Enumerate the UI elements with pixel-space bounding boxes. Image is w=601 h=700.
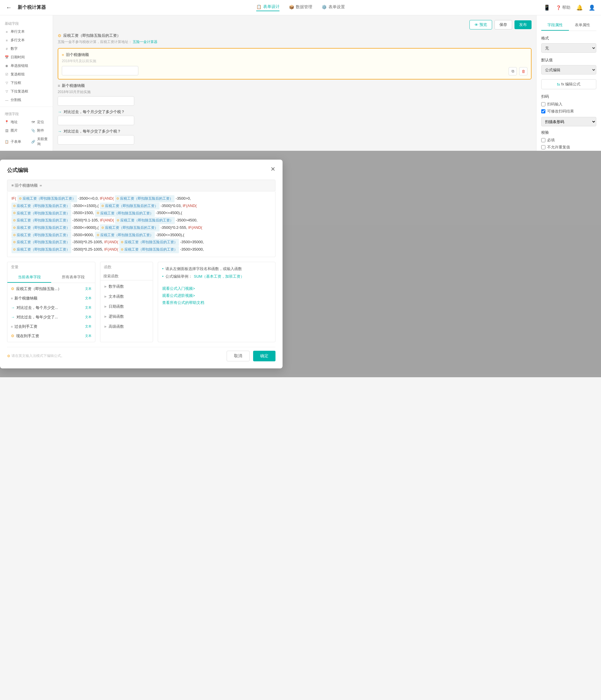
mobile-icon: 📱 bbox=[544, 4, 550, 11]
scan-modify-checkbox[interactable] bbox=[541, 109, 545, 114]
no-dup-checkbox[interactable] bbox=[541, 145, 545, 149]
sidebar-item-checkbox-group[interactable]: ☑ 复选框组 bbox=[0, 70, 53, 79]
save-button[interactable]: 保存 bbox=[494, 20, 512, 29]
sidebar-item-divider[interactable]: — 分割线 bbox=[0, 96, 53, 104]
sidebar-item-radio[interactable]: ◉ 单选按钮组 bbox=[0, 61, 53, 70]
tab-form-props[interactable]: 表单属性 bbox=[569, 20, 597, 31]
nav-form-settings[interactable]: ⚙️ 表单设置 bbox=[322, 4, 345, 11]
formula-header-text: ≡ 旧个税缴纳额 ＝ bbox=[11, 183, 43, 188]
format-row: 无 bbox=[541, 43, 596, 53]
sidebar-item-relation-data[interactable]: 🔗 关联数据 bbox=[0, 148, 26, 151]
sidebar-item-attachment[interactable]: 📎 附件 bbox=[26, 126, 53, 135]
field-ref-6[interactable]: ⚙应税工资（即扣除五险后的工资） bbox=[95, 210, 155, 217]
vars-item-2[interactable]: → 对比过去，每个月少交... 文本 bbox=[7, 303, 95, 312]
vars-item-4[interactable]: ≡ 过去到手工资 文本 bbox=[7, 322, 95, 331]
field-ref-14[interactable]: ⚙应税工资（即扣除五险后的工资） bbox=[119, 239, 179, 246]
vi-type-2: 文本 bbox=[85, 305, 92, 310]
help-link-2[interactable]: 查看所有公式的帮助文档 bbox=[162, 300, 271, 305]
field-ref-7[interactable]: ⚙应税工资（即扣除五险后的工资） bbox=[11, 217, 71, 224]
formula-text-5: -3500>1500, bbox=[72, 210, 94, 215]
formula-icon: fx bbox=[557, 82, 560, 86]
default-title: 默认值 bbox=[541, 57, 596, 63]
fns-item-date[interactable]: ▶ 日期函数 bbox=[100, 302, 153, 311]
help-link-0[interactable]: 观看公式入门视频> bbox=[162, 286, 271, 291]
field-ref-16[interactable]: ⚙应税工资（即扣除五险后的工资） bbox=[119, 246, 179, 253]
sidebar-item-datetime[interactable]: 📅 日期时间 bbox=[0, 53, 53, 61]
field-ref-1[interactable]: ⚙应税工资（即扣除五险后的工资） bbox=[17, 195, 77, 202]
scan-type-select[interactable]: 扫描条形码 bbox=[541, 117, 596, 126]
scan-input-checkbox[interactable] bbox=[541, 102, 545, 106]
old-tax-desc: 2018年9月及以前实施 bbox=[62, 58, 527, 64]
field-ref-4[interactable]: ⚙应税工资（即扣除五险后的工资） bbox=[100, 203, 159, 210]
fns-item-logic[interactable]: ▶ 逻辑函数 bbox=[100, 311, 153, 322]
sidebar-item-single-text[interactable]: ≡ 单行文本 bbox=[0, 27, 53, 36]
help-link-1[interactable]: 观看公式进阶视频> bbox=[162, 293, 271, 298]
field-ref-5[interactable]: ⚙应税工资（即扣除五险后的工资） bbox=[11, 210, 71, 217]
old-tax-input[interactable] bbox=[62, 66, 138, 75]
notification-icon[interactable]: 🔔 bbox=[576, 4, 583, 11]
user-icon[interactable]: 👤 bbox=[589, 4, 595, 11]
field-ref-13[interactable]: ⚙应税工资（即扣除五险后的工资） bbox=[11, 239, 71, 246]
vars-tabs: 当前表单字段 所有表单字段 bbox=[7, 272, 95, 283]
preview-button[interactable]: 👁 预览 bbox=[469, 20, 492, 29]
fns-search-input[interactable] bbox=[103, 274, 153, 278]
vi-label-3: 对比过去，每年少交了... bbox=[17, 315, 83, 320]
sidebar-item-relation-query[interactable]: 🔗 关联查询 bbox=[26, 135, 53, 148]
field-ref-12[interactable]: ⚙应税工资（即扣除五险后的工资） bbox=[95, 232, 155, 239]
compare-monthly-input[interactable] bbox=[58, 116, 134, 125]
confirm-button[interactable]: 确定 bbox=[253, 351, 276, 361]
copy-button[interactable]: ⧉ bbox=[508, 67, 517, 75]
field-ref-15[interactable]: ⚙应税工资（即扣除五险后的工资） bbox=[11, 246, 71, 253]
divider-icon: — bbox=[5, 98, 9, 102]
vars-item-3[interactable]: → 对比过去，每年少交了... 文本 bbox=[7, 312, 95, 322]
modal-close-button[interactable]: ✕ bbox=[270, 166, 276, 173]
vars-item-1[interactable]: ≡ 新个税缴纳额 文本 bbox=[7, 294, 95, 303]
cancel-button[interactable]: 取消 bbox=[227, 351, 250, 361]
sidebar-item-address[interactable]: 📍 地址 bbox=[0, 118, 26, 126]
format-select[interactable]: 无 bbox=[541, 43, 596, 53]
help-bullet-0: 请从左侧面板选择字段名和函数，或输入函数 bbox=[162, 266, 271, 272]
sidebar-item-signature[interactable]: ✏ 手写签名 bbox=[26, 148, 53, 151]
fns-item-advanced[interactable]: ▶ 高级函数 bbox=[100, 322, 153, 332]
formula-line-2: ⚙应税工资（即扣除五险后的工资） -3500<=1500),( ⚙应税工资（即扣… bbox=[11, 202, 271, 210]
formula-body[interactable]: IF( ⚙应税工资（即扣除五险后的工资） -3500<=0,0, IF(AND(… bbox=[7, 192, 276, 257]
default-select[interactable]: 公式编辑 bbox=[541, 65, 596, 75]
edit-formula-button[interactable]: fx fx 编辑公式 bbox=[541, 79, 596, 89]
multi-text-icon: ≡ bbox=[5, 38, 9, 43]
field-ref-3[interactable]: ⚙应税工资（即扣除五险后的工资） bbox=[11, 203, 71, 210]
nav-form-design[interactable]: 📋 表单设计 bbox=[256, 4, 280, 11]
field-ref-2[interactable]: ⚙应税工资（即扣除五险后的工资） bbox=[115, 195, 175, 202]
sidebar-item-image[interactable]: 🖼 图片 bbox=[0, 126, 26, 135]
fns-item-math[interactable]: ▶ 数学函数 bbox=[100, 281, 153, 292]
sidebar-item-number[interactable]: # 数字 bbox=[0, 45, 53, 53]
formula-text-8: -3500>4500, bbox=[176, 218, 198, 222]
publish-button[interactable]: 发布 bbox=[515, 20, 531, 29]
vars-tab-current[interactable]: 当前表单字段 bbox=[7, 272, 51, 283]
vars-item-0[interactable]: ⚙ 应税工资（即扣除五险...） 文本 bbox=[7, 284, 95, 294]
field-ref-9[interactable]: ⚙应税工资（即扣除五险后的工资） bbox=[11, 224, 71, 231]
nav-data-manage[interactable]: 📦 数据管理 bbox=[289, 4, 312, 11]
vars-tab-all[interactable]: 所有表单字段 bbox=[51, 272, 95, 283]
field-ref-11[interactable]: ⚙应税工资（即扣除五险后的工资） bbox=[11, 232, 71, 239]
vars-item-5[interactable]: ⚙ 现在到手工资 文本 bbox=[7, 331, 95, 341]
sidebar-item-multi-dropdown[interactable]: ▽ 下拉复选框 bbox=[0, 87, 53, 96]
field-gear-icon-13: ⚙ bbox=[13, 240, 16, 245]
field-ref-8[interactable]: ⚙应税工资（即扣除五险后的工资） bbox=[115, 217, 175, 224]
help-button[interactable]: ❓ 帮助 bbox=[556, 5, 570, 10]
tab-field-props[interactable]: 字段属性 bbox=[541, 20, 569, 31]
formula-text-12: -3500<=35000),( bbox=[156, 233, 184, 237]
formula-text-16: -3500>35000, bbox=[180, 247, 204, 251]
delete-button[interactable]: 🗑 bbox=[519, 67, 527, 75]
fns-item-text[interactable]: ▶ 文本函数 bbox=[100, 292, 153, 302]
new-tax-input[interactable] bbox=[58, 96, 134, 106]
compare-yearly-input[interactable] bbox=[58, 135, 134, 145]
sidebar-item-subform[interactable]: 📋 子表单 bbox=[0, 135, 26, 148]
sidebar-item-multi-text[interactable]: ≡ 多行文本 bbox=[0, 36, 53, 45]
field-ref-10[interactable]: ⚙应税工资（即扣除五险后的工资） bbox=[100, 224, 159, 231]
sidebar-item-location[interactable]: 🗺 定位 bbox=[26, 118, 53, 126]
sidebar-item-dropdown[interactable]: ▽ 下拉框 bbox=[0, 79, 53, 87]
top-right-actions: 📱 ❓ 帮助 🔔 👤 bbox=[544, 4, 595, 11]
back-button[interactable]: ← bbox=[6, 4, 13, 11]
taxable-income-link[interactable]: 五险一金计算器 bbox=[133, 40, 157, 44]
required-checkbox[interactable] bbox=[541, 138, 545, 142]
